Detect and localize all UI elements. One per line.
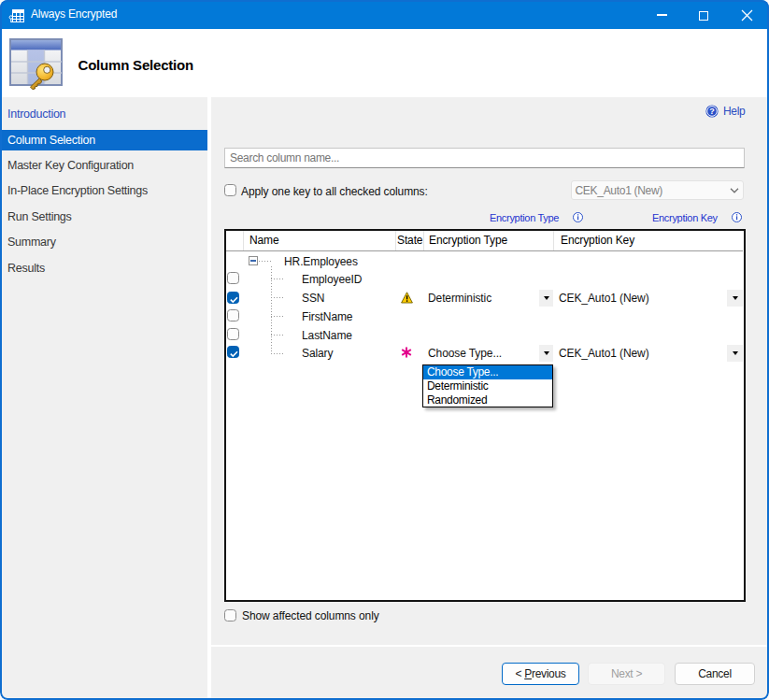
svg-text:?: ? xyxy=(709,107,715,116)
